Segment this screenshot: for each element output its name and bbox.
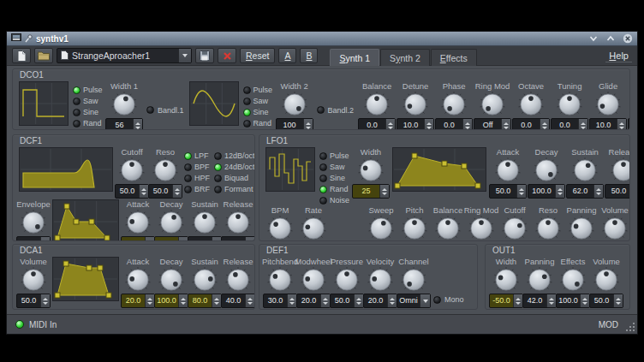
- attack-knob[interactable]: [122, 210, 153, 235]
- new-preset-button[interactable]: [12, 48, 31, 63]
- decay-value[interactable]: 100.0: [528, 185, 555, 198]
- radio-pulse[interactable]: Pulse: [73, 86, 103, 94]
- pressure-spin-buttons[interactable]: [354, 294, 363, 307]
- effects-knob[interactable]: [558, 267, 588, 293]
- release-value[interactable]: 40.0: [222, 294, 245, 307]
- radio-pulse[interactable]: Pulse: [243, 86, 273, 94]
- modwheel-value[interactable]: 20.0: [297, 294, 320, 307]
- ring-mod-knob[interactable]: [477, 92, 508, 117]
- release-value[interactable]: 50.0: [605, 185, 630, 198]
- width-knob[interactable]: [491, 267, 522, 293]
- detune-knob[interactable]: [400, 92, 431, 117]
- octave-knob[interactable]: [516, 92, 546, 117]
- release-spin-buttons[interactable]: [245, 237, 254, 241]
- release-knob[interactable]: [608, 157, 630, 183]
- channel-value[interactable]: Omni: [397, 294, 420, 307]
- dcf1-envelope-display[interactable]: [52, 199, 119, 241]
- radio-biquad[interactable]: Biquad: [214, 174, 255, 182]
- sustain-knob[interactable]: [189, 210, 220, 235]
- mono-toggle[interactable]: Mono: [433, 295, 464, 304]
- preset-dropdown-arrow[interactable]: [178, 49, 191, 62]
- tuning-value[interactable]: 0.0: [552, 119, 578, 130]
- radio-rand[interactable]: Rand: [319, 185, 349, 193]
- attack-spin-buttons[interactable]: [145, 294, 154, 307]
- width-2-spin-buttons[interactable]: [303, 119, 313, 130]
- lfo1-wave-display[interactable]: [265, 147, 315, 192]
- phase-value[interactable]: 0.0: [436, 119, 462, 130]
- swap-b-button[interactable]: B: [300, 48, 318, 63]
- tab-synth1[interactable]: Synth 1: [330, 49, 379, 66]
- phase-knob[interactable]: [438, 92, 469, 117]
- balance-spin-buttons[interactable]: [385, 119, 395, 130]
- radio-rand[interactable]: Rand: [243, 119, 273, 128]
- delete-preset-button[interactable]: [218, 48, 236, 63]
- ring-mod-value[interactable]: Off: [474, 119, 501, 130]
- bpm-knob[interactable]: [265, 216, 295, 241]
- glide-spin-buttons[interactable]: [617, 119, 626, 130]
- decay-spin-buttons[interactable]: [178, 237, 188, 241]
- cutoff-knob[interactable]: [116, 157, 147, 183]
- glide-value[interactable]: 10.0: [590, 119, 617, 130]
- sweep-knob[interactable]: [366, 216, 397, 241]
- tuning-spin-buttons[interactable]: [578, 119, 587, 130]
- envelope-value[interactable]: 100.0: [17, 237, 40, 241]
- bandl-1-toggle[interactable]: Bandl.1: [146, 106, 184, 115]
- width-1-knob[interactable]: [109, 92, 140, 117]
- radio-hpf[interactable]: HPF: [184, 174, 210, 182]
- cutoff-knob[interactable]: [499, 216, 530, 241]
- dco1-wave1-display[interactable]: [19, 81, 69, 126]
- help-button[interactable]: Help: [605, 50, 632, 62]
- reso-knob[interactable]: [150, 157, 181, 183]
- cutoff-value[interactable]: 50.0: [116, 185, 139, 198]
- channel-dropdown-arrow[interactable]: [420, 294, 430, 307]
- radio-saw[interactable]: Saw: [319, 163, 349, 171]
- width-2-knob[interactable]: [279, 92, 310, 117]
- decay-value[interactable]: 60.0: [155, 237, 178, 241]
- radio-12db-oct[interactable]: 12dB/oct: [214, 151, 255, 160]
- preset-name[interactable]: StrangeAproacher1: [72, 50, 175, 61]
- preset-combobox[interactable]: StrangeAproacher1: [57, 48, 192, 63]
- balance-value[interactable]: 0.0: [359, 119, 385, 130]
- sustain-spin-buttons[interactable]: [593, 185, 603, 198]
- radio-brf[interactable]: BRF: [184, 185, 210, 193]
- sustain-knob[interactable]: [569, 157, 600, 183]
- radio-formant[interactable]: Formant: [214, 185, 255, 193]
- reset-button[interactable]: Reset: [240, 48, 275, 63]
- pressure-value[interactable]: 50.0: [331, 294, 354, 307]
- resize-grip[interactable]: [633, 329, 635, 331]
- attack-spin-buttons[interactable]: [145, 237, 154, 241]
- volume-spin-buttons[interactable]: [613, 294, 623, 307]
- effects-value[interactable]: 100.0: [557, 294, 580, 307]
- sustain-knob[interactable]: [189, 267, 220, 293]
- pressure-knob[interactable]: [331, 267, 362, 293]
- volume-knob[interactable]: [591, 267, 622, 293]
- modwheel-spin-buttons[interactable]: [320, 294, 330, 307]
- lfo1-envelope-display[interactable]: [392, 147, 486, 192]
- decay-spin-buttons[interactable]: [555, 185, 564, 198]
- radio-lpf[interactable]: LPF: [184, 151, 210, 160]
- reso-spin-buttons[interactable]: [172, 185, 182, 198]
- radio-pulse[interactable]: Pulse: [319, 151, 349, 160]
- attack-spin-buttons[interactable]: [516, 185, 526, 198]
- width-spin-buttons[interactable]: [513, 294, 522, 307]
- release-value[interactable]: 50.0: [222, 237, 245, 241]
- reso-knob[interactable]: [533, 216, 564, 241]
- radio-saw[interactable]: Saw: [73, 97, 103, 105]
- radio-bpf[interactable]: BPF: [184, 163, 210, 171]
- glide-knob[interactable]: [593, 92, 623, 117]
- maximize-button[interactable]: [605, 33, 616, 45]
- width-knob[interactable]: [355, 157, 386, 183]
- octave-spin-buttons[interactable]: [540, 119, 549, 130]
- radio-24db-oct[interactable]: 24dB/oct: [214, 163, 255, 171]
- velocity-spin-buttons[interactable]: [387, 294, 397, 307]
- width-value[interactable]: 25: [353, 185, 379, 198]
- sustain-value[interactable]: 62.0: [567, 185, 593, 198]
- decay-value[interactable]: 100.0: [155, 294, 178, 307]
- tab-synth2[interactable]: Synth 2: [380, 49, 430, 66]
- volume-value[interactable]: 50.0: [17, 294, 40, 307]
- panning-knob[interactable]: [524, 267, 555, 293]
- release-spin-buttons[interactable]: [245, 294, 254, 307]
- sustain-value[interactable]: 50.0: [188, 237, 212, 241]
- radio-sine[interactable]: Sine: [73, 108, 103, 116]
- decay-knob[interactable]: [531, 157, 562, 183]
